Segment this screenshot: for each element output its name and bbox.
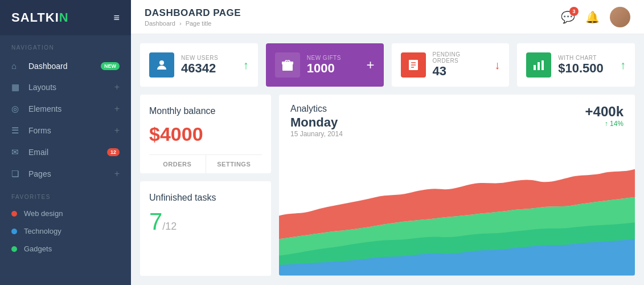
avatar[interactable] [610,7,630,27]
page-title: DASHBOARD PAGE [145,7,241,19]
new-badge: NEW [101,62,120,70]
balance-card: Monthly balance $4000 ORDERS SETTINGS [140,95,271,173]
favorite-item-gadgets[interactable]: Gadgets [0,240,131,258]
fav-label: Gadgets [24,245,52,253]
sidebar-item-label: Pages [28,169,114,178]
email-badge: 12 [107,148,120,156]
plus-icon: + [114,104,120,114]
balance-tabs: ORDERS SETTINGS [149,154,262,173]
tasks-total: /12 [162,221,177,232]
breadcrumb: Dashboard › Page title [145,20,241,27]
user-icon [155,58,169,72]
stat-value: 46342 [181,61,236,76]
orders-icon [407,58,420,72]
favorites-section-label: FAVORITES [0,185,131,205]
up-arrow-icon: ↑ [620,59,626,72]
topbar-left: DASHBOARD PAGE Dashboard › Page title [145,7,241,27]
fav-label: Technology [24,227,61,235]
svg-rect-9 [538,62,540,70]
gift-icon-box [275,52,300,78]
notifications-button[interactable]: 💬 3 [561,10,575,24]
sidebar-item-elements[interactable]: ◎ Elements + [0,98,131,120]
balance-title: Monthly balance [149,106,262,116]
analytics-percent: ↑ 14% [585,120,624,128]
plus-icon: + [114,82,120,92]
chart-container [279,142,635,276]
notification-badge: 3 [569,7,579,16]
bell-button[interactable]: 🔔 [585,10,600,24]
analytics-left: Analytics Monday 15 Jaunary, 2014 [290,104,343,138]
topbar: DASHBOARD PAGE Dashboard › Page title 💬 … [131,0,644,34]
tasks-title: Unfinished tasks [149,193,262,203]
svg-rect-8 [534,65,536,70]
new-gifts-info: NEW GIFTS 1000 [307,55,360,76]
fav-dot [11,211,17,217]
analytics-stat: +400k ↑ 14% [585,104,624,128]
orders-tab[interactable]: ORDERS [149,155,206,173]
tasks-number: 7 [149,208,162,235]
pending-orders-info: PENDING ORDERS 43 [433,51,488,79]
sidebar-item-forms[interactable]: ☰ Forms + [0,120,131,141]
analytics-header: Analytics Monday 15 Jaunary, 2014 +400k … [279,95,635,142]
favorite-item-technology[interactable]: Technology [0,222,131,240]
bell-icon: 🔔 [585,11,600,23]
sidebar-item-pages[interactable]: ❏ Pages + [0,163,131,185]
svg-rect-10 [542,60,544,70]
sidebar-item-label: Email [28,148,107,157]
stat-label: PENDING ORDERS [433,51,488,64]
tasks-card: Unfinished tasks 7/12 [140,181,271,276]
stat-value: 1000 [307,61,360,76]
up-arrow-icon: ↑ [243,59,249,72]
analytics-date: 15 Jaunary, 2014 [290,130,343,138]
logo-area: SALTKIN ≡ [0,0,131,35]
sidebar-item-label: Layouts [28,83,114,92]
down-arrow-icon: ↓ [494,59,500,72]
breadcrumb-home: Dashboard [145,20,175,27]
analytics-day: Monday [290,115,343,130]
stat-value: $10.500 [558,61,613,76]
nav-section-label: NAVIGATION [0,35,131,55]
svg-point-0 [159,60,164,65]
home-icon: ⌂ [11,61,22,71]
stat-card-new-users: NEW USERS 46342 ↑ [140,43,258,87]
left-panel: Monthly balance $4000 ORDERS SETTINGS Un… [140,95,271,276]
hamburger-icon[interactable]: ≡ [113,12,120,24]
bottom-row: Monthly balance $4000 ORDERS SETTINGS Un… [140,95,635,276]
settings-tab[interactable]: SETTINGS [206,155,262,173]
sidebar-item-label: Elements [28,104,114,113]
email-icon: ✉ [11,147,22,157]
favorite-item-webdesign[interactable]: Web design [0,205,131,222]
sidebar-item-email[interactable]: ✉ Email 12 [0,141,131,163]
plus-icon: + [114,125,120,136]
balance-value: $4000 [149,123,262,145]
layouts-icon: ▦ [11,82,22,92]
main-content: DASHBOARD PAGE Dashboard › Page title 💬 … [131,0,644,285]
analytics-card: Analytics Monday 15 Jaunary, 2014 +400k … [279,95,635,276]
chart-bar-icon [532,58,545,72]
breadcrumb-separator: › [179,20,182,27]
plus-icon: + [114,169,120,179]
stat-card-pending-orders: PENDING ORDERS 43 ↓ [392,43,510,87]
forms-icon: ☰ [11,125,22,136]
orders-icon-box [401,52,426,78]
stat-value: 43 [433,64,488,79]
analytics-chart [279,142,635,276]
logo: SALTKIN [11,10,69,25]
stat-label: NEW USERS [181,55,236,61]
fav-label: Web design [24,209,63,218]
analytics-big-value: +400k [585,104,624,120]
sidebar-item-dashboard[interactable]: ⌂ Dashboard NEW [0,55,131,76]
avatar-image [610,7,630,27]
fav-dot [11,246,17,252]
sidebar: SALTKIN ≡ NAVIGATION ⌂ Dashboard NEW ▦ L… [0,0,131,285]
logo-accent: N [59,10,69,25]
stat-label: WITH CHART [558,55,613,61]
stat-card-with-chart: WITH CHART $10.500 ↑ [517,43,635,87]
sidebar-item-label: Forms [28,126,114,135]
sidebar-item-label: Dashboard [28,62,101,71]
sidebar-item-layouts[interactable]: ▦ Layouts + [0,76,131,98]
new-users-icon-box [149,52,174,78]
new-users-info: NEW USERS 46342 [181,55,236,76]
plus-icon: + [366,57,374,73]
elements-icon: ◎ [11,104,22,114]
